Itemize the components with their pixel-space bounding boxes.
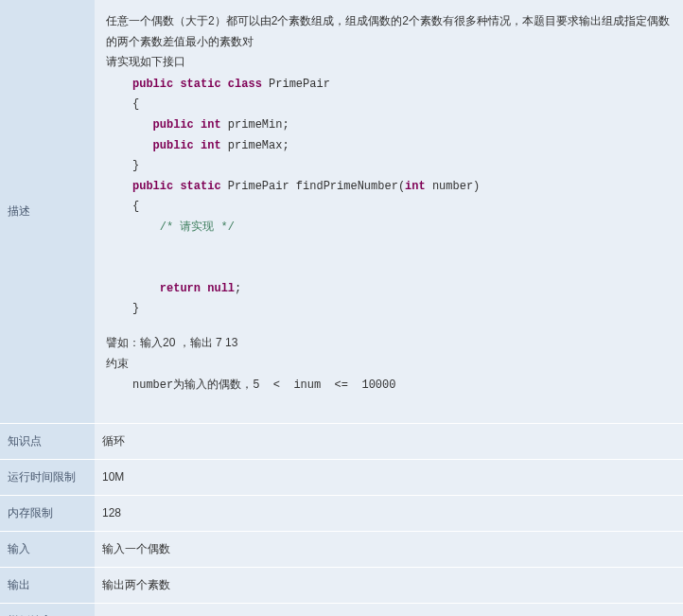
brace: } (132, 159, 139, 172)
label-memory: 内存限制 (0, 495, 95, 531)
brace: } (132, 302, 139, 315)
fn-param: number) (426, 180, 481, 193)
label-input: 输入 (0, 531, 95, 567)
label-description: 描述 (0, 0, 95, 423)
kw-null: null (207, 282, 235, 295)
kw-return: return (160, 282, 201, 295)
kw-public: public (132, 78, 173, 91)
desc-constraint-text: number为输入的偶数，5 < inum <= 10000 (132, 376, 672, 396)
row-output: 输出 输出两个素数 (0, 567, 683, 603)
kw-class: class (228, 78, 262, 91)
semi: ; (235, 282, 241, 295)
row-runtime: 运行时间限制 10M (0, 459, 683, 495)
field-min: primeMin; (228, 118, 289, 132)
kw-int: int (201, 139, 221, 152)
row-memory: 内存限制 128 (0, 495, 683, 531)
kw-int: int (405, 180, 426, 193)
ret-type: PrimePair (228, 180, 289, 193)
content-input: 输入一个偶数 (95, 531, 683, 567)
label-sample-input: 样例输入 (0, 603, 95, 616)
row-knowledge: 知识点 循环 (0, 423, 683, 459)
content-description: 任意一个偶数（大于2）都可以由2个素数组成，组成偶数的2个素数有很多种情况，本题… (95, 0, 683, 423)
content-sample-input: 20 ? (95, 603, 683, 616)
code-interface: public static class PrimePair { public i… (132, 75, 672, 320)
row-sample-input: 样例输入 20 ? (0, 603, 683, 616)
brace: { (132, 200, 139, 213)
label-knowledge: 知识点 (0, 423, 95, 459)
label-output: 输出 (0, 567, 95, 603)
content-knowledge: 循环 (95, 423, 683, 459)
code-comment: /* 请实现 */ (160, 220, 235, 234)
kw-int: int (201, 118, 221, 132)
problem-table: 描述 任意一个偶数（大于2）都可以由2个素数组成，组成偶数的2个素数有很多种情况… (0, 0, 683, 616)
content-output: 输出两个素数 (95, 567, 683, 603)
desc-example: 譬如：输入20 ，输出 7 13 (106, 333, 672, 354)
kw-public: public (153, 118, 194, 132)
cls-name: PrimePair (269, 78, 330, 91)
desc-line1: 任意一个偶数（大于2）都可以由2个素数组成，组成偶数的2个素数有很多种情况，本题… (106, 11, 672, 52)
kw-static: static (180, 78, 220, 91)
kw-static: static (180, 180, 220, 193)
fn-name: findPrimeNumber( (296, 180, 405, 193)
brace: { (132, 97, 139, 111)
desc-line2: 请实现如下接口 (106, 52, 672, 73)
content-memory: 128 (95, 495, 683, 531)
field-max: primeMax; (228, 139, 289, 152)
kw-public: public (132, 180, 173, 193)
row-description: 描述 任意一个偶数（大于2）都可以由2个素数组成，组成偶数的2个素数有很多种情况… (0, 0, 683, 423)
desc-constraint-label: 约束 (106, 354, 672, 375)
content-runtime: 10M (95, 459, 683, 495)
kw-public: public (153, 139, 194, 152)
row-input: 输入 输入一个偶数 (0, 531, 683, 567)
label-runtime: 运行时间限制 (0, 459, 95, 495)
